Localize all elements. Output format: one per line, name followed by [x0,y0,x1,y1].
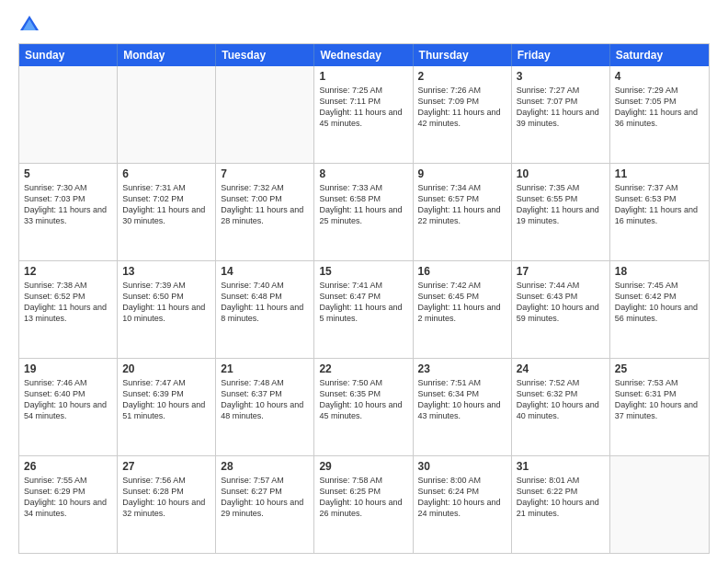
logo-icon [18,14,40,36]
day-number: 24 [517,362,605,375]
day-cell-4: 4Sunrise: 7:29 AMSunset: 7:05 PMDaylight… [610,66,709,163]
header-day-saturday: Saturday [610,44,709,66]
day-number: 19 [24,362,112,375]
day-cell-22: 22Sunrise: 7:50 AMSunset: 6:35 PMDayligh… [314,359,413,455]
day-number: 8 [319,167,407,180]
header [18,14,710,36]
day-cell-7: 7Sunrise: 7:32 AMSunset: 7:00 PMDaylight… [216,164,314,260]
day-info: Sunrise: 7:25 AMSunset: 7:11 PMDaylight:… [319,85,407,130]
empty-cell-4-6 [610,456,709,553]
day-cell-14: 14Sunrise: 7:40 AMSunset: 6:48 PMDayligh… [216,261,314,358]
day-cell-28: 28Sunrise: 7:57 AMSunset: 6:27 PMDayligh… [216,456,314,553]
day-number: 31 [517,460,605,473]
day-number: 13 [122,265,210,278]
day-cell-9: 9Sunrise: 7:34 AMSunset: 6:57 PMDaylight… [414,164,512,260]
header-day-monday: Monday [118,44,216,66]
day-info: Sunrise: 7:32 AMSunset: 7:00 PMDaylight:… [221,182,309,227]
day-info: Sunrise: 7:58 AMSunset: 6:25 PMDaylight:… [319,475,407,520]
day-cell-21: 21Sunrise: 7:48 AMSunset: 6:37 PMDayligh… [216,359,314,455]
calendar-body: 1Sunrise: 7:25 AMSunset: 7:11 PMDaylight… [19,66,709,553]
day-number: 10 [517,167,605,180]
header-day-sunday: Sunday [19,44,118,66]
day-info: Sunrise: 7:50 AMSunset: 6:35 PMDaylight:… [319,377,407,422]
day-number: 5 [24,167,112,180]
day-number: 21 [221,362,309,375]
day-cell-12: 12Sunrise: 7:38 AMSunset: 6:52 PMDayligh… [19,261,118,358]
day-number: 25 [615,362,704,375]
day-cell-24: 24Sunrise: 7:52 AMSunset: 6:32 PMDayligh… [512,359,610,455]
day-number: 16 [418,265,506,278]
day-number: 6 [122,167,210,180]
day-number: 7 [221,167,309,180]
header-day-thursday: Thursday [414,44,512,66]
day-info: Sunrise: 7:44 AMSunset: 6:43 PMDaylight:… [517,280,605,325]
day-info: Sunrise: 7:57 AMSunset: 6:27 PMDaylight:… [221,475,309,520]
day-cell-27: 27Sunrise: 7:56 AMSunset: 6:28 PMDayligh… [118,456,216,553]
day-info: Sunrise: 8:00 AMSunset: 6:24 PMDaylight:… [418,475,506,520]
day-cell-30: 30Sunrise: 8:00 AMSunset: 6:24 PMDayligh… [414,456,512,553]
day-info: Sunrise: 7:35 AMSunset: 6:55 PMDaylight:… [517,182,605,227]
day-number: 22 [319,362,407,375]
page: SundayMondayTuesdayWednesdayThursdayFrid… [0,0,728,563]
day-number: 12 [24,265,112,278]
day-info: Sunrise: 7:40 AMSunset: 6:48 PMDaylight:… [221,280,309,325]
day-number: 28 [221,460,309,473]
day-cell-23: 23Sunrise: 7:51 AMSunset: 6:34 PMDayligh… [414,359,512,455]
day-info: Sunrise: 7:27 AMSunset: 7:07 PMDaylight:… [517,85,605,130]
day-number: 18 [615,265,704,278]
day-number: 14 [221,265,309,278]
header-day-tuesday: Tuesday [216,44,314,66]
day-number: 1 [319,70,407,83]
week-row-5: 26Sunrise: 7:55 AMSunset: 6:29 PMDayligh… [19,455,709,553]
day-number: 30 [418,460,506,473]
day-number: 26 [24,460,112,473]
header-day-wednesday: Wednesday [314,44,413,66]
day-info: Sunrise: 7:29 AMSunset: 7:05 PMDaylight:… [615,85,704,130]
day-cell-1: 1Sunrise: 7:25 AMSunset: 7:11 PMDaylight… [314,66,413,163]
day-cell-31: 31Sunrise: 8:01 AMSunset: 6:22 PMDayligh… [512,456,610,553]
week-row-4: 19Sunrise: 7:46 AMSunset: 6:40 PMDayligh… [19,358,709,455]
day-info: Sunrise: 7:42 AMSunset: 6:45 PMDaylight:… [418,280,506,325]
day-info: Sunrise: 7:41 AMSunset: 6:47 PMDaylight:… [319,280,407,325]
day-info: Sunrise: 7:37 AMSunset: 6:53 PMDaylight:… [615,182,704,227]
week-row-2: 5Sunrise: 7:30 AMSunset: 7:03 PMDaylight… [19,163,709,260]
day-info: Sunrise: 7:39 AMSunset: 6:50 PMDaylight:… [122,280,210,325]
day-cell-29: 29Sunrise: 7:58 AMSunset: 6:25 PMDayligh… [314,456,413,553]
day-info: Sunrise: 7:26 AMSunset: 7:09 PMDaylight:… [418,85,506,130]
week-row-1: 1Sunrise: 7:25 AMSunset: 7:11 PMDaylight… [19,66,709,163]
day-number: 4 [615,70,704,83]
day-cell-3: 3Sunrise: 7:27 AMSunset: 7:07 PMDaylight… [512,66,610,163]
day-cell-2: 2Sunrise: 7:26 AMSunset: 7:09 PMDaylight… [414,66,512,163]
header-day-friday: Friday [512,44,610,66]
day-cell-5: 5Sunrise: 7:30 AMSunset: 7:03 PMDaylight… [19,164,118,260]
empty-cell-0-2 [216,66,314,163]
day-number: 27 [122,460,210,473]
day-cell-17: 17Sunrise: 7:44 AMSunset: 6:43 PMDayligh… [512,261,610,358]
day-info: Sunrise: 7:55 AMSunset: 6:29 PMDaylight:… [24,475,112,520]
day-number: 20 [122,362,210,375]
day-number: 29 [319,460,407,473]
day-info: Sunrise: 7:30 AMSunset: 7:03 PMDaylight:… [24,182,112,227]
calendar-header: SundayMondayTuesdayWednesdayThursdayFrid… [19,44,709,66]
day-cell-11: 11Sunrise: 7:37 AMSunset: 6:53 PMDayligh… [610,164,709,260]
day-cell-25: 25Sunrise: 7:53 AMSunset: 6:31 PMDayligh… [610,359,709,455]
day-cell-20: 20Sunrise: 7:47 AMSunset: 6:39 PMDayligh… [118,359,216,455]
day-cell-8: 8Sunrise: 7:33 AMSunset: 6:58 PMDaylight… [314,164,413,260]
day-cell-13: 13Sunrise: 7:39 AMSunset: 6:50 PMDayligh… [118,261,216,358]
day-info: Sunrise: 7:47 AMSunset: 6:39 PMDaylight:… [122,377,210,422]
day-number: 23 [418,362,506,375]
day-number: 15 [319,265,407,278]
day-cell-15: 15Sunrise: 7:41 AMSunset: 6:47 PMDayligh… [314,261,413,358]
day-number: 3 [517,70,605,83]
day-cell-16: 16Sunrise: 7:42 AMSunset: 6:45 PMDayligh… [414,261,512,358]
day-info: Sunrise: 7:31 AMSunset: 7:02 PMDaylight:… [122,182,210,227]
day-cell-26: 26Sunrise: 7:55 AMSunset: 6:29 PMDayligh… [19,456,118,553]
day-number: 17 [517,265,605,278]
day-info: Sunrise: 7:56 AMSunset: 6:28 PMDaylight:… [122,475,210,520]
calendar: SundayMondayTuesdayWednesdayThursdayFrid… [18,43,710,554]
day-info: Sunrise: 8:01 AMSunset: 6:22 PMDaylight:… [517,475,605,520]
day-info: Sunrise: 7:34 AMSunset: 6:57 PMDaylight:… [418,182,506,227]
day-info: Sunrise: 7:53 AMSunset: 6:31 PMDaylight:… [615,377,704,422]
day-info: Sunrise: 7:33 AMSunset: 6:58 PMDaylight:… [319,182,407,227]
day-info: Sunrise: 7:45 AMSunset: 6:42 PMDaylight:… [615,280,704,325]
